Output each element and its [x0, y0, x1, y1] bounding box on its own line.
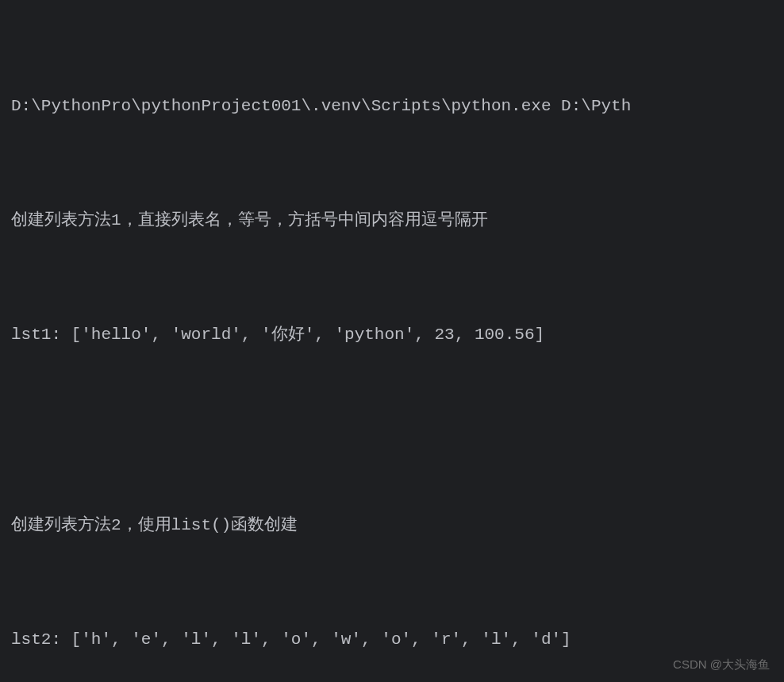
console-line: lst2: ['h', 'e', 'l', 'l', 'o', 'w', 'o'… [11, 621, 784, 659]
console-line: D:\PythonPro\pythonProject001\.venv\Scri… [11, 87, 784, 125]
console-output: D:\PythonPro\pythonProject001\.venv\Scri… [11, 11, 784, 682]
console-line: 创建列表方法2，使用list()函数创建 [11, 507, 784, 545]
watermark-text: CSDN @大头海鱼 [673, 657, 770, 672]
console-line: 创建列表方法1，直接列表名，等号，方括号中间内容用逗号隔开 [11, 202, 784, 240]
console-line: lst1: ['hello', 'world', '你好', 'python',… [11, 316, 784, 354]
